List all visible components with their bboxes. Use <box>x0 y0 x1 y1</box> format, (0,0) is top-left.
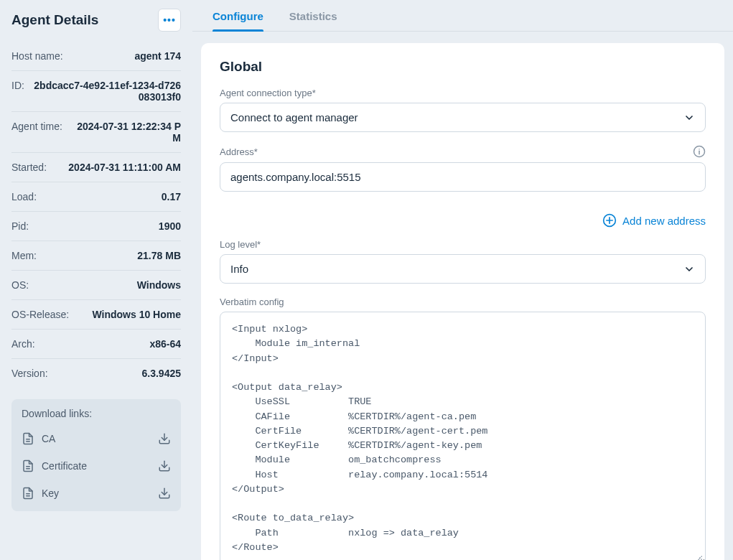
connection-type-label: Agent connection type* <box>220 88 706 98</box>
info-label: Host name: <box>11 50 63 62</box>
add-address-label: Add new address <box>622 215 706 227</box>
info-row: OS-Release:Windows 10 Home <box>11 300 181 330</box>
info-row: Started:2024-07-31 11:11:00 AM <box>11 153 181 182</box>
tab-configure[interactable]: Configure <box>213 10 263 31</box>
log-level-label: Log level* <box>220 239 706 250</box>
download-link[interactable]: Key <box>22 480 171 507</box>
tab-statistics[interactable]: Statistics <box>289 10 337 31</box>
info-label: Arch: <box>11 338 35 350</box>
info-row: Arch:x86-64 <box>11 330 181 359</box>
address-label: Address* <box>220 146 258 157</box>
info-value: 0.17 <box>162 191 181 202</box>
add-address-row: Add new address <box>220 213 706 228</box>
download-icon <box>158 487 171 500</box>
download-label: Certificate <box>42 460 87 472</box>
ellipsis-icon: ••• <box>163 15 176 25</box>
info-value: Windows 10 Home <box>92 309 181 320</box>
global-config-card: Global Agent connection type* Connect to… <box>201 43 724 560</box>
plus-circle-icon <box>602 213 617 228</box>
info-row: Load:0.17 <box>11 182 181 212</box>
verbatim-label: Verbatim config <box>220 297 706 307</box>
info-value: 2024-07-31 12:22:34 PM <box>70 121 181 144</box>
info-row: OS:Windows <box>11 271 181 300</box>
sidebar-title: Agent Details <box>11 12 98 28</box>
info-value: Windows <box>137 279 181 291</box>
download-icon <box>158 459 171 472</box>
info-label: Pid: <box>11 220 29 232</box>
info-value: 1900 <box>159 220 181 232</box>
more-actions-button[interactable]: ••• <box>158 9 181 32</box>
log-level-select[interactable]: Info <box>220 254 706 284</box>
file-icon <box>22 459 34 472</box>
info-label: Mem: <box>11 250 37 261</box>
info-row: Pid:1900 <box>11 212 181 241</box>
download-label: Key <box>42 487 59 499</box>
info-label: Agent time: <box>11 121 62 132</box>
global-title: Global <box>220 59 706 75</box>
info-value: agent 174 <box>134 50 181 62</box>
info-row: Host name:agent 174 <box>11 42 181 71</box>
info-row: Mem:21.78 MB <box>11 241 181 271</box>
address-input[interactable]: agents.company.local:5515 <box>220 162 706 192</box>
download-links-panel: Download links: CACertificateKey <box>11 399 181 511</box>
add-address-button[interactable]: Add new address <box>602 213 706 228</box>
info-value: 21.78 MB <box>137 250 181 261</box>
info-icon[interactable] <box>693 145 706 158</box>
file-icon <box>22 487 34 500</box>
info-label: OS-Release: <box>11 309 69 320</box>
verbatim-config-textarea[interactable]: <Input nxlog> Module im_internal </Input… <box>220 312 706 560</box>
log-level-value: Info <box>230 263 248 275</box>
sidebar-header: Agent Details ••• <box>11 9 181 32</box>
info-value: 2bdcacc7-4e92-11ef-1234-d726083013f0 <box>32 80 181 103</box>
chevron-down-icon <box>683 112 695 123</box>
address-group: Address* agents.company.local:5515 <box>220 145 706 192</box>
agent-details-sidebar: Agent Details ••• Host name:agent 174ID:… <box>0 0 192 560</box>
info-label: OS: <box>11 279 29 291</box>
download-links-title: Download links: <box>22 408 171 419</box>
info-label: Load: <box>11 191 37 202</box>
file-icon <box>22 432 34 445</box>
info-row: ID:2bdcacc7-4e92-11ef-1234-d726083013f0 <box>11 71 181 112</box>
connection-type-select[interactable]: Connect to agent manager <box>220 103 706 132</box>
chevron-down-icon <box>683 263 695 275</box>
connection-type-value: Connect to agent manager <box>230 111 358 123</box>
info-row: Version:6.3.9425 <box>11 359 181 388</box>
info-label: Version: <box>11 368 48 379</box>
info-value: 2024-07-31 11:11:00 AM <box>68 162 181 173</box>
download-link[interactable]: CA <box>22 425 171 452</box>
main-panel: Configure Statistics Global Agent connec… <box>192 0 733 560</box>
tab-bar: Configure Statistics <box>192 0 733 32</box>
download-icon <box>158 432 171 445</box>
info-value: 6.3.9425 <box>142 368 182 379</box>
verbatim-group: Verbatim config <Input nxlog> Module im_… <box>220 297 706 560</box>
log-level-group: Log level* Info <box>220 239 706 284</box>
info-row: Agent time:2024-07-31 12:22:34 PM <box>11 112 181 153</box>
svg-point-11 <box>699 149 700 150</box>
connection-type-group: Agent connection type* Connect to agent … <box>220 88 706 132</box>
info-label: ID: <box>11 80 24 91</box>
address-value: agents.company.local:5515 <box>230 171 361 183</box>
agent-info-list: Host name:agent 174ID:2bdcacc7-4e92-11ef… <box>11 42 181 388</box>
info-value: x86-64 <box>149 338 181 350</box>
download-link[interactable]: Certificate <box>22 452 171 480</box>
download-label: CA <box>42 433 55 444</box>
info-label: Started: <box>11 162 47 173</box>
